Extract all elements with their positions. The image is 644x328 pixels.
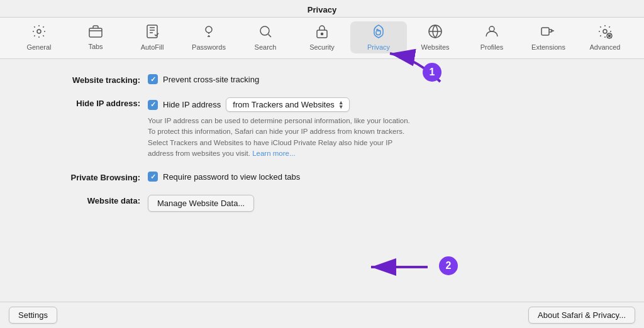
passwords-label: Passwords [192,44,226,51]
website-tracking-row: Website tracking: Prevent cross-site tra… [38,74,606,85]
private-browsing-text: Require password to view locked tabs [163,172,300,182]
toolbar-item-autofill[interactable]: AutoFill [124,21,180,53]
svg-rect-1 [89,28,102,37]
svg-point-12 [609,35,611,37]
toolbar-item-passwords[interactable]: Passwords [180,21,237,53]
private-browsing-inline: Require password to view locked tabs [148,172,300,182]
bottom-bar: Settings About Safari & Privacy... [0,302,644,328]
toolbar-item-security[interactable]: Security [294,21,350,53]
svg-point-3 [206,26,212,33]
security-label: Security [309,44,335,51]
hide-ip-label: Hide IP address: [38,97,148,108]
advanced-icon [597,24,613,41]
website-tracking-control: Prevent cross-site tracking [148,74,259,84]
autofill-label: AutoFill [141,44,164,51]
window-title: Privacy [308,5,336,14]
toolbar-item-profiles[interactable]: Profiles [464,21,520,53]
tabs-label: Tabs [88,43,103,50]
profiles-label: Profiles [480,44,504,51]
toolbar: General Tabs AutoFill Pass [0,18,644,59]
hide-ip-text: Hide IP address [163,100,221,109]
hide-ip-checkbox[interactable] [148,100,158,110]
private-browsing-checkbox[interactable] [148,172,158,182]
website-data-row: Website data: Manage Website Data... [38,195,606,212]
toolbar-item-extensions[interactable]: Extensions [520,21,577,53]
hide-ip-inline: Hide IP address from Trackers and Websit… [148,97,350,112]
toolbar-item-privacy[interactable]: Privacy [350,21,407,53]
websites-icon [428,24,443,41]
privacy-label: Privacy [367,44,390,51]
autofill-icon [145,24,160,41]
profiles-icon [485,24,499,41]
private-browsing-row: Private Browsing: Require password to vi… [38,172,606,182]
website-data-control: Manage Website Data... [148,195,254,212]
search-icon [258,24,273,41]
about-safari-button[interactable]: About Safari & Privacy... [528,307,635,324]
websites-label: Websites [421,44,449,51]
private-browsing-label: Private Browsing: [38,172,148,182]
search-label: Search [255,44,277,51]
private-browsing-control: Require password to view locked tabs [148,172,300,182]
toolbar-item-search[interactable]: Search [237,21,294,53]
toolbar-item-tabs[interactable]: Tabs [67,22,124,53]
manage-website-data-button[interactable]: Manage Website Data... [148,195,254,212]
extensions-icon [540,24,557,41]
hide-ip-control: Hide IP address from Trackers and Websit… [148,97,418,159]
extensions-label: Extensions [531,44,565,51]
toolbar-item-advanced[interactable]: Advanced [577,21,633,53]
learn-more-link[interactable]: Learn more... [252,150,295,157]
dropdown-value: from Trackers and Websites [233,100,335,109]
security-icon [315,24,329,41]
website-tracking-checkbox[interactable] [148,74,158,84]
website-data-label: Website data: [38,195,148,205]
svg-point-6 [321,33,323,35]
main-content: Website tracking: Prevent cross-site tra… [0,59,644,312]
general-label: General [26,44,51,51]
website-tracking-text: Prevent cross-site tracking [163,75,259,84]
svg-rect-9 [541,28,549,35]
svg-point-8 [489,26,494,31]
general-icon [31,24,47,41]
website-tracking-label: Website tracking: [38,74,148,85]
svg-point-0 [37,30,41,33]
passwords-icon [203,24,215,41]
hide-ip-row: Hide IP address: Hide IP address from Tr… [38,97,606,159]
dropdown-arrows-icon: ▲ ▼ [338,101,344,109]
advanced-label: Advanced [590,44,621,51]
website-tracking-inline: Prevent cross-site tracking [148,74,259,84]
settings-button[interactable]: Settings [9,307,57,324]
toolbar-item-websites[interactable]: Websites [407,21,464,53]
svg-point-4 [260,26,269,35]
hide-ip-dropdown[interactable]: from Trackers and Websites ▲ ▼ [226,97,350,112]
tabs-icon [88,25,103,41]
toolbar-item-general[interactable]: General [11,21,67,53]
svg-point-10 [603,30,607,33]
hide-ip-description: Your IP address can be used to determine… [148,116,418,159]
title-bar: Privacy [0,0,644,18]
privacy-icon [372,24,386,41]
